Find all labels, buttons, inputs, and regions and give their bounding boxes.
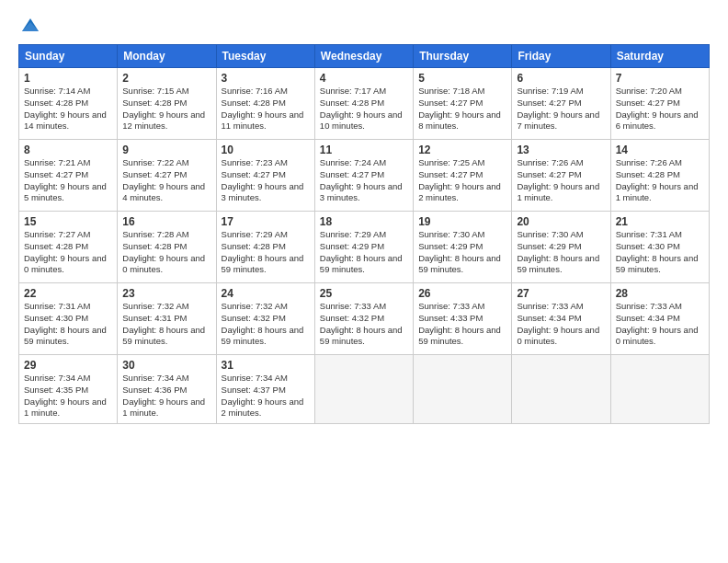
day-cell: 24 Sunrise: 7:32 AMSunset: 4:32 PMDaylig… bbox=[216, 283, 314, 355]
day-info: Sunrise: 7:14 AMSunset: 4:28 PMDaylight:… bbox=[24, 86, 107, 131]
logo-icon bbox=[20, 15, 40, 35]
day-number: 1 bbox=[24, 72, 112, 85]
day-number: 11 bbox=[320, 144, 408, 156]
day-info: Sunrise: 7:24 AMSunset: 4:27 PMDaylight:… bbox=[320, 157, 403, 202]
day-number: 17 bbox=[222, 215, 310, 228]
day-number: 5 bbox=[418, 72, 506, 85]
day-cell: 17 Sunrise: 7:29 AMSunset: 4:28 PMDaylig… bbox=[216, 212, 314, 283]
day-cell: 13 Sunrise: 7:26 AMSunset: 4:27 PMDaylig… bbox=[512, 140, 610, 212]
day-cell: 21 Sunrise: 7:31 AMSunset: 4:30 PMDaylig… bbox=[610, 212, 709, 283]
day-number: 13 bbox=[517, 144, 605, 156]
svg-marker-1 bbox=[22, 22, 39, 31]
day-number: 23 bbox=[122, 287, 210, 300]
day-info: Sunrise: 7:23 AMSunset: 4:27 PMDaylight:… bbox=[222, 157, 304, 202]
day-cell: 26 Sunrise: 7:33 AMSunset: 4:33 PMDaylig… bbox=[414, 283, 512, 355]
day-info: Sunrise: 7:34 AMSunset: 4:37 PMDaylight:… bbox=[222, 373, 304, 418]
col-header-saturday: Saturday bbox=[610, 45, 709, 68]
day-cell: 14 Sunrise: 7:26 AMSunset: 4:28 PMDaylig… bbox=[610, 140, 709, 212]
day-info: Sunrise: 7:31 AMSunset: 4:30 PMDaylight:… bbox=[616, 229, 699, 274]
day-cell: 29 Sunrise: 7:34 AMSunset: 4:35 PMDaylig… bbox=[19, 355, 118, 424]
week-row-2: 8 Sunrise: 7:21 AMSunset: 4:27 PMDayligh… bbox=[19, 140, 710, 212]
day-info: Sunrise: 7:29 AMSunset: 4:29 PMDaylight:… bbox=[320, 229, 403, 274]
day-number: 29 bbox=[24, 359, 112, 372]
day-cell: 19 Sunrise: 7:30 AMSunset: 4:29 PMDaylig… bbox=[414, 212, 512, 283]
day-number: 28 bbox=[616, 287, 704, 300]
day-number: 26 bbox=[418, 287, 506, 300]
day-cell: 30 Sunrise: 7:34 AMSunset: 4:36 PMDaylig… bbox=[118, 355, 216, 424]
day-cell: 18 Sunrise: 7:29 AMSunset: 4:29 PMDaylig… bbox=[314, 212, 413, 283]
day-cell: 9 Sunrise: 7:22 AMSunset: 4:27 PMDayligh… bbox=[118, 140, 216, 212]
day-number: 6 bbox=[517, 72, 605, 85]
day-cell: 11 Sunrise: 7:24 AMSunset: 4:27 PMDaylig… bbox=[314, 140, 413, 212]
week-row-1: 1 Sunrise: 7:14 AMSunset: 4:28 PMDayligh… bbox=[19, 68, 710, 140]
day-number: 2 bbox=[122, 72, 210, 85]
day-info: Sunrise: 7:33 AMSunset: 4:32 PMDaylight:… bbox=[320, 301, 403, 346]
col-header-sunday: Sunday bbox=[19, 45, 118, 68]
day-info: Sunrise: 7:33 AMSunset: 4:34 PMDaylight:… bbox=[517, 301, 599, 346]
day-info: Sunrise: 7:34 AMSunset: 4:36 PMDaylight:… bbox=[122, 373, 205, 418]
day-info: Sunrise: 7:30 AMSunset: 4:29 PMDaylight:… bbox=[517, 229, 599, 274]
day-info: Sunrise: 7:26 AMSunset: 4:28 PMDaylight:… bbox=[616, 157, 699, 202]
day-info: Sunrise: 7:15 AMSunset: 4:28 PMDaylight:… bbox=[122, 86, 205, 131]
day-number: 15 bbox=[24, 215, 112, 228]
calendar-table: SundayMondayTuesdayWednesdayThursdayFrid… bbox=[18, 44, 710, 424]
day-cell: 28 Sunrise: 7:33 AMSunset: 4:34 PMDaylig… bbox=[610, 283, 709, 355]
day-number: 8 bbox=[24, 144, 112, 156]
week-row-5: 29 Sunrise: 7:34 AMSunset: 4:35 PMDaylig… bbox=[19, 355, 710, 424]
logo bbox=[18, 15, 40, 35]
day-cell: 4 Sunrise: 7:17 AMSunset: 4:28 PMDayligh… bbox=[314, 68, 413, 140]
day-number: 14 bbox=[616, 144, 704, 156]
day-cell: 22 Sunrise: 7:31 AMSunset: 4:30 PMDaylig… bbox=[19, 283, 118, 355]
day-number: 9 bbox=[122, 144, 210, 156]
day-cell: 20 Sunrise: 7:30 AMSunset: 4:29 PMDaylig… bbox=[512, 212, 610, 283]
col-header-tuesday: Tuesday bbox=[216, 45, 314, 68]
day-cell bbox=[610, 355, 709, 424]
day-number: 10 bbox=[222, 144, 310, 156]
day-cell: 15 Sunrise: 7:27 AMSunset: 4:28 PMDaylig… bbox=[19, 212, 118, 283]
day-number: 16 bbox=[122, 215, 210, 228]
day-number: 19 bbox=[418, 215, 506, 228]
day-number: 30 bbox=[122, 359, 210, 372]
day-info: Sunrise: 7:32 AMSunset: 4:31 PMDaylight:… bbox=[122, 301, 205, 346]
day-number: 12 bbox=[418, 144, 506, 156]
day-info: Sunrise: 7:21 AMSunset: 4:27 PMDaylight:… bbox=[24, 157, 107, 202]
col-header-thursday: Thursday bbox=[414, 45, 512, 68]
day-info: Sunrise: 7:33 AMSunset: 4:33 PMDaylight:… bbox=[418, 301, 501, 346]
day-cell: 27 Sunrise: 7:33 AMSunset: 4:34 PMDaylig… bbox=[512, 283, 610, 355]
day-number: 31 bbox=[222, 359, 310, 372]
col-header-wednesday: Wednesday bbox=[314, 45, 413, 68]
day-cell: 5 Sunrise: 7:18 AMSunset: 4:27 PMDayligh… bbox=[414, 68, 512, 140]
day-cell: 25 Sunrise: 7:33 AMSunset: 4:32 PMDaylig… bbox=[314, 283, 413, 355]
day-info: Sunrise: 7:33 AMSunset: 4:34 PMDaylight:… bbox=[616, 301, 699, 346]
day-number: 21 bbox=[616, 215, 704, 228]
day-cell: 6 Sunrise: 7:19 AMSunset: 4:27 PMDayligh… bbox=[512, 68, 610, 140]
day-cell: 10 Sunrise: 7:23 AMSunset: 4:27 PMDaylig… bbox=[216, 140, 314, 212]
day-cell: 31 Sunrise: 7:34 AMSunset: 4:37 PMDaylig… bbox=[216, 355, 314, 424]
day-info: Sunrise: 7:25 AMSunset: 4:27 PMDaylight:… bbox=[418, 157, 501, 202]
day-number: 7 bbox=[616, 72, 704, 85]
day-cell: 3 Sunrise: 7:16 AMSunset: 4:28 PMDayligh… bbox=[216, 68, 314, 140]
day-info: Sunrise: 7:29 AMSunset: 4:28 PMDaylight:… bbox=[222, 229, 304, 274]
day-number: 24 bbox=[222, 287, 310, 300]
day-info: Sunrise: 7:20 AMSunset: 4:27 PMDaylight:… bbox=[616, 86, 699, 131]
day-cell bbox=[414, 355, 512, 424]
header-row: SundayMondayTuesdayWednesdayThursdayFrid… bbox=[19, 45, 710, 68]
day-cell: 8 Sunrise: 7:21 AMSunset: 4:27 PMDayligh… bbox=[19, 140, 118, 212]
col-header-monday: Monday bbox=[118, 45, 216, 68]
week-row-3: 15 Sunrise: 7:27 AMSunset: 4:28 PMDaylig… bbox=[19, 212, 710, 283]
week-row-4: 22 Sunrise: 7:31 AMSunset: 4:30 PMDaylig… bbox=[19, 283, 710, 355]
day-cell: 16 Sunrise: 7:28 AMSunset: 4:28 PMDaylig… bbox=[118, 212, 216, 283]
day-info: Sunrise: 7:17 AMSunset: 4:28 PMDaylight:… bbox=[320, 86, 403, 131]
day-info: Sunrise: 7:27 AMSunset: 4:28 PMDaylight:… bbox=[24, 229, 107, 274]
day-info: Sunrise: 7:19 AMSunset: 4:27 PMDaylight:… bbox=[517, 86, 599, 131]
day-number: 18 bbox=[320, 215, 408, 228]
col-header-friday: Friday bbox=[512, 45, 610, 68]
header bbox=[18, 15, 710, 35]
day-number: 22 bbox=[24, 287, 112, 300]
day-number: 3 bbox=[222, 72, 310, 85]
day-info: Sunrise: 7:18 AMSunset: 4:27 PMDaylight:… bbox=[418, 86, 501, 131]
day-info: Sunrise: 7:31 AMSunset: 4:30 PMDaylight:… bbox=[24, 301, 107, 346]
day-info: Sunrise: 7:26 AMSunset: 4:27 PMDaylight:… bbox=[517, 157, 599, 202]
day-info: Sunrise: 7:22 AMSunset: 4:27 PMDaylight:… bbox=[122, 157, 205, 202]
day-cell: 2 Sunrise: 7:15 AMSunset: 4:28 PMDayligh… bbox=[118, 68, 216, 140]
